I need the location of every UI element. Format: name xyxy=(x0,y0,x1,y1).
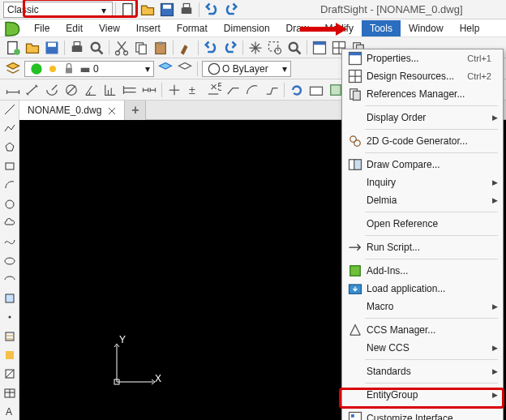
menu-window[interactable]: Window xyxy=(401,20,452,36)
close-icon[interactable] xyxy=(108,106,116,114)
tools-menu: Properties...Ctrl+1Design Resources...Ct… xyxy=(341,49,504,420)
print-tb-button[interactable] xyxy=(68,39,86,57)
menu-item-properties[interactable]: Properties...Ctrl+1 xyxy=(342,49,503,67)
svg-rect-48 xyxy=(349,53,362,56)
dim-style-button[interactable] xyxy=(307,81,325,99)
dim-ordinate-button[interactable] xyxy=(101,81,119,99)
circle-tool[interactable] xyxy=(2,196,17,211)
dim-update-button[interactable] xyxy=(288,81,306,99)
doc-tab-active[interactable]: NONAME_0.dwg xyxy=(19,101,125,120)
dim-text-button[interactable]: ± xyxy=(185,81,203,99)
menu-draw[interactable]: Draw xyxy=(278,20,317,36)
print-button[interactable] xyxy=(178,1,195,19)
menu-item-design-resources[interactable]: Design Resources...Ctrl+2 xyxy=(342,67,503,85)
pan-button[interactable] xyxy=(247,39,264,57)
line-tool[interactable] xyxy=(2,102,17,117)
menu-item-display-order[interactable]: Display Order▶ xyxy=(342,109,503,126)
new-tab-button[interactable]: + xyxy=(125,101,146,120)
table-tool[interactable] xyxy=(2,385,17,400)
ellipse-tool[interactable] xyxy=(2,253,17,268)
menu-item-references-manager[interactable]: References Manager... xyxy=(342,85,503,103)
copy-button[interactable] xyxy=(132,39,150,57)
menu-format[interactable]: Format xyxy=(169,20,216,36)
workspace-dropdown[interactable]: Classic ▾ xyxy=(3,2,113,18)
dim-radius-button[interactable] xyxy=(43,81,61,99)
paste-button[interactable] xyxy=(152,39,169,57)
menu-item-ccs-manager[interactable]: CCS Manager... xyxy=(342,321,503,339)
dim-continue-button[interactable] xyxy=(140,81,158,99)
menu-item-draw-compare[interactable]: Draw Compare... xyxy=(342,156,503,174)
new-doc-button[interactable] xyxy=(4,39,22,57)
polyline-tool[interactable] xyxy=(2,121,17,135)
cut-button[interactable] xyxy=(113,39,131,57)
layer-combo[interactable]: 0 ▾ xyxy=(24,61,154,77)
svg-rect-58 xyxy=(349,413,362,421)
dim-baseline-button[interactable] xyxy=(121,81,139,99)
menu-item-inquiry[interactable]: Inquiry▶ xyxy=(342,174,503,191)
menu-insert[interactable]: Insert xyxy=(128,20,169,36)
menu-item-macro[interactable]: Macro▶ xyxy=(342,298,503,315)
dim-arc-button[interactable] xyxy=(243,81,261,99)
layer-tool-button[interactable] xyxy=(157,60,174,78)
layer-color-icon xyxy=(29,62,44,76)
point-tool[interactable] xyxy=(2,310,17,324)
layer-tool2-button[interactable] xyxy=(176,60,194,78)
svg-rect-59 xyxy=(351,414,354,418)
zoom-window-button[interactable] xyxy=(266,39,284,57)
svg-point-20 xyxy=(289,42,298,50)
menu-item-customize-interface[interactable]: Customize Interface... xyxy=(342,409,503,420)
menu-tools[interactable]: Tools xyxy=(362,20,401,36)
gradient-tool[interactable] xyxy=(2,348,17,362)
layer-manager-button[interactable] xyxy=(4,60,22,78)
new-button[interactable] xyxy=(119,1,137,19)
text-tool[interactable]: A xyxy=(2,405,17,419)
svg-rect-55 xyxy=(354,160,362,170)
menu-edit[interactable]: Edit xyxy=(58,20,91,36)
brush-button[interactable] xyxy=(177,39,195,57)
menu-item-add-ins[interactable]: Add-Ins... xyxy=(342,262,503,280)
redo-button[interactable] xyxy=(222,1,240,19)
rectangle-tool[interactable] xyxy=(2,159,17,174)
menu-item-2d-g-code-generator[interactable]: 2D G-code Generator... xyxy=(342,132,503,150)
menu-item-entitygroup[interactable]: EntityGroup▶ xyxy=(342,386,503,404)
app-title: DraftSight - [NONAME_0.dwg] xyxy=(320,3,463,15)
properties-button[interactable] xyxy=(311,39,328,57)
dim-diameter-button[interactable] xyxy=(62,81,80,99)
cloud-tool[interactable] xyxy=(2,216,17,230)
undo-button[interactable] xyxy=(203,1,221,19)
hatch-tool[interactable] xyxy=(2,329,17,344)
menu-file[interactable]: File xyxy=(26,20,58,36)
dim-linear-button[interactable] xyxy=(4,81,22,99)
menu-item-delmia[interactable]: Delmia▶ xyxy=(342,191,503,209)
dim-center-button[interactable] xyxy=(165,81,183,99)
dim-aligned-button[interactable] xyxy=(24,81,41,99)
open-folder-button[interactable] xyxy=(24,39,41,57)
menu-dimension[interactable]: Dimension xyxy=(216,20,278,36)
menu-item-load-application[interactable]: Load application... xyxy=(342,280,503,298)
spline-tool[interactable] xyxy=(2,234,17,249)
menu-view[interactable]: View xyxy=(91,20,128,36)
block-tool[interactable] xyxy=(2,291,17,306)
dim-angular-button[interactable] xyxy=(82,81,100,99)
menu-modify[interactable]: Modify xyxy=(317,20,362,36)
preview-button[interactable] xyxy=(88,39,105,57)
menu-item-standards[interactable]: Standards▶ xyxy=(342,362,503,380)
redo-tb-button[interactable] xyxy=(221,39,239,57)
save-file-button[interactable] xyxy=(43,39,61,57)
region-tool[interactable] xyxy=(2,366,17,381)
zoom-extents-button[interactable] xyxy=(285,39,303,57)
menu-help[interactable]: Help xyxy=(452,20,488,36)
save-button[interactable] xyxy=(158,1,176,19)
polygon-tool[interactable] xyxy=(2,140,17,155)
dim-edit-button[interactable]: ×5 xyxy=(204,81,222,99)
menu-item-run-script[interactable]: Run Script... xyxy=(342,238,503,256)
color-combo[interactable]: O ByLayer ▾ xyxy=(202,61,291,77)
ellipse-arc-tool[interactable] xyxy=(2,272,17,287)
undo-tb-button[interactable] xyxy=(202,39,220,57)
dim-leader-button[interactable] xyxy=(224,81,242,99)
open-button[interactable] xyxy=(139,1,157,19)
menu-item-new-ccs[interactable]: New CCS▶ xyxy=(342,339,503,357)
menu-item-open-reference[interactable]: Open Reference xyxy=(342,215,503,233)
arc-tool[interactable] xyxy=(2,178,17,192)
dim-jogged-button[interactable] xyxy=(263,81,281,99)
